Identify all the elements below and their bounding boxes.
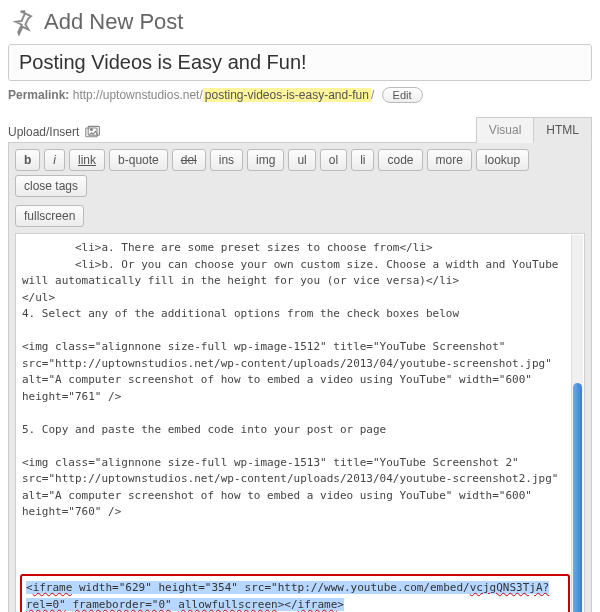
post-title-input[interactable] <box>8 44 592 81</box>
pushpin-icon <box>8 8 36 36</box>
content-scrollbar[interactable] <box>571 235 583 612</box>
editor-btn-i[interactable]: i <box>44 149 65 171</box>
editor-btn-b-quote[interactable]: b-quote <box>109 149 168 171</box>
permalink-slug[interactable]: posting-videos-is-easy-and-fun <box>203 88 371 102</box>
iframe-open-tag[interactable]: iframe <box>33 581 73 594</box>
post-content-textarea[interactable]: <li>a. There are some preset sizes to ch… <box>16 234 584 574</box>
editor-button-row-1: bilinkb-quotedelinsimgulollicodemorelook… <box>9 143 591 199</box>
page-title: Add New Post <box>44 9 183 35</box>
editor-btn-close-tags[interactable]: close tags <box>15 175 87 197</box>
editor-btn-ol[interactable]: ol <box>320 149 347 171</box>
editor-btn-link[interactable]: link <box>69 149 105 171</box>
scrollbar-thumb[interactable] <box>573 383 582 612</box>
permalink-row: Permalink: http://uptownstudios.net/post… <box>8 87 592 103</box>
permalink-base: http://uptownstudios.net/ <box>73 88 203 102</box>
editor-btn-ins[interactable]: ins <box>210 149 243 171</box>
editor-btn-more[interactable]: more <box>427 149 472 171</box>
svg-point-2 <box>91 129 93 131</box>
editor-button-row-2: fullscreen <box>9 199 591 229</box>
editor-btn-ul[interactable]: ul <box>288 149 315 171</box>
editor-btn-b[interactable]: b <box>15 149 40 171</box>
editor-btn-del[interactable]: del <box>172 149 206 171</box>
edit-permalink-button[interactable]: Edit <box>382 87 423 103</box>
editor-tabs: Visual HTML <box>477 117 592 143</box>
editor-btn-lookup[interactable]: lookup <box>476 149 529 171</box>
editor-btn-li[interactable]: li <box>351 149 374 171</box>
editor-btn-code[interactable]: code <box>378 149 422 171</box>
permalink-trail: / <box>371 88 374 102</box>
permalink-label: Permalink: <box>8 88 69 102</box>
iframe-close-tag[interactable]: iframe <box>298 598 338 611</box>
editor-btn-img[interactable]: img <box>247 149 284 171</box>
highlighted-embed-code: <iframe width="629" height="354" src="ht… <box>20 574 570 612</box>
tab-html[interactable]: HTML <box>533 117 592 143</box>
add-media-icon[interactable] <box>85 125 101 139</box>
editor-box: bilinkb-quotedelinsimgulollicodemorelook… <box>8 142 592 612</box>
upload-insert-label: Upload/Insert <box>8 125 79 139</box>
editor-btn-fullscreen[interactable]: fullscreen <box>15 205 84 227</box>
tab-visual[interactable]: Visual <box>476 117 534 143</box>
